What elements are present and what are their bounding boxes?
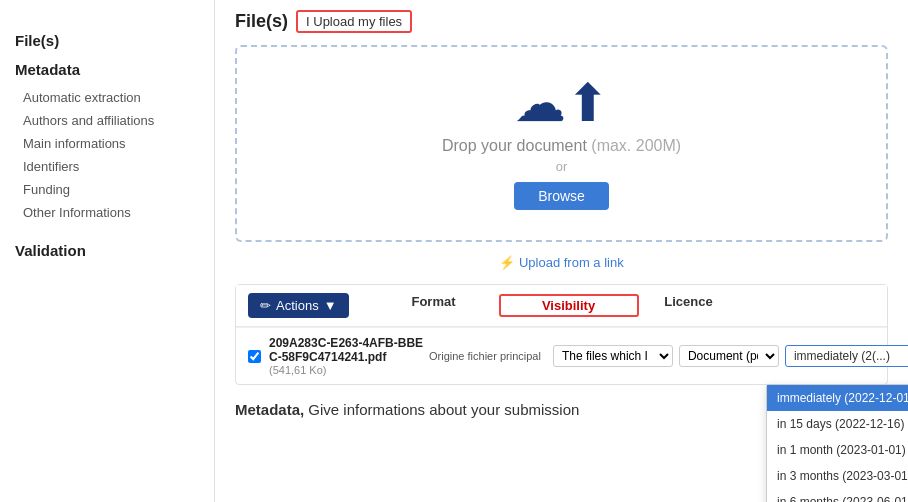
visibility-dropdown: immediately (2022-12-01) in 15 days (202…: [766, 384, 908, 502]
sidebar-item-identifiers[interactable]: Identifiers: [15, 155, 199, 178]
page-title: File(s): [235, 11, 288, 32]
col-header-format: Format: [369, 294, 499, 317]
format-type-select[interactable]: Document (pdf: [679, 345, 779, 367]
dropdown-option-0[interactable]: immediately (2022-12-01): [767, 385, 908, 411]
metadata-subtitle: Give informations about your submission: [308, 401, 579, 418]
dropdown-option-2[interactable]: in 1 month (2023-01-01): [767, 437, 908, 463]
actions-chevron-icon: ▼: [324, 298, 337, 313]
file-name: 209A283C-E263-4AFB-BBEC-58F9C4714241.pdf: [269, 336, 429, 364]
file-checkbox[interactable]: [248, 350, 261, 363]
browse-button[interactable]: Browse: [514, 182, 609, 210]
drop-zone[interactable]: ☁⬆ Drop your document (max. 200M) or Bro…: [235, 45, 888, 242]
sidebar: File(s) Metadata Automatic extraction Au…: [0, 0, 215, 502]
or-label: or: [257, 159, 866, 174]
sidebar-validation-section: Validation: [15, 242, 199, 259]
file-table-header: ✏ Actions ▼ Format Visibility Licence: [236, 285, 887, 327]
sidebar-item-authors[interactable]: Authors and affiliations: [15, 109, 199, 132]
col-headers: Format Visibility Licence: [369, 294, 875, 317]
dropdown-option-4[interactable]: in 6 months (2023-06-01): [767, 489, 908, 502]
actions-button[interactable]: ✏ Actions ▼: [248, 293, 349, 318]
upload-from-link[interactable]: ⚡ Upload from a link: [499, 255, 623, 270]
file-selects: Origine fichier principal The files whic…: [429, 345, 908, 367]
file-info: 209A283C-E263-4AFB-BBEC-58F9C4714241.pdf…: [269, 336, 429, 376]
col-header-visibility: Visibility: [499, 294, 639, 317]
sidebar-item-main-info[interactable]: Main informations: [15, 132, 199, 155]
sidebar-metadata-section: Metadata: [15, 61, 199, 78]
dropdown-option-1[interactable]: in 15 days (2022-12-16): [767, 411, 908, 437]
metadata-label: Metadata,: [235, 401, 304, 418]
upload-tab-button[interactable]: I Upload my files: [296, 10, 412, 33]
upload-link-row: ⚡ Upload from a link: [235, 254, 888, 270]
main-content: File(s) I Upload my files ☁⬆ Drop your d…: [215, 0, 908, 502]
sidebar-item-automatic-extraction[interactable]: Automatic extraction: [15, 86, 199, 109]
sidebar-item-funding[interactable]: Funding: [15, 178, 199, 201]
file-table: ✏ Actions ▼ Format Visibility Licence 20…: [235, 284, 888, 385]
page-title-row: File(s) I Upload my files: [235, 10, 888, 33]
format-select[interactable]: The files which I uploa...: [553, 345, 673, 367]
file-row: 209A283C-E263-4AFB-BBEC-58F9C4714241.pdf…: [236, 327, 887, 384]
sidebar-item-other-info[interactable]: Other Informations: [15, 201, 199, 224]
origin-label: Origine fichier principal: [429, 350, 541, 362]
drop-text: Drop your document (max. 200M): [257, 137, 866, 155]
cloud-upload-icon: ☁⬆: [257, 77, 866, 129]
dropdown-option-3[interactable]: in 3 months (2023-03-01): [767, 463, 908, 489]
file-size: (541,61 Ko): [269, 364, 429, 376]
sidebar-files-section: File(s): [15, 32, 199, 49]
col-header-licence: Licence: [639, 294, 739, 317]
visibility-select[interactable]: immediately (2(...): [785, 345, 908, 367]
actions-icon: ✏: [260, 298, 271, 313]
